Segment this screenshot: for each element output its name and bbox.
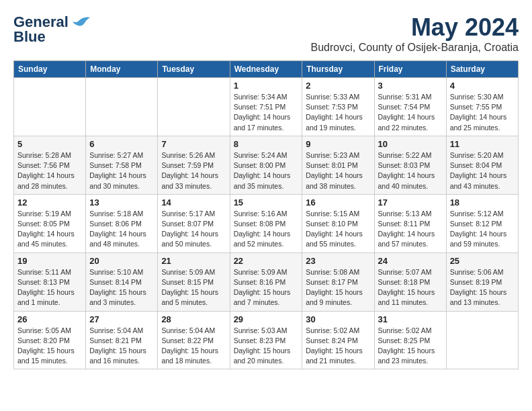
calendar-day-1: 1Sunrise: 5:34 AMSunset: 7:51 PMDaylight… <box>230 78 302 136</box>
calendar-empty-cell <box>14 78 86 136</box>
day-number: 4 <box>450 81 515 91</box>
day-info: Sunrise: 5:20 AMSunset: 8:04 PMDaylight:… <box>450 150 515 191</box>
day-number: 5 <box>17 139 82 149</box>
day-number: 8 <box>234 139 299 149</box>
calendar-empty-cell <box>446 311 518 369</box>
calendar-day-20: 20Sunrise: 5:10 AMSunset: 8:14 PMDayligh… <box>86 253 158 311</box>
calendar-week-row: 19Sunrise: 5:11 AMSunset: 8:13 PMDayligh… <box>14 253 519 311</box>
calendar-day-9: 9Sunrise: 5:23 AMSunset: 8:01 PMDaylight… <box>302 136 374 194</box>
calendar-day-13: 13Sunrise: 5:18 AMSunset: 8:06 PMDayligh… <box>86 194 158 253</box>
day-number: 22 <box>234 256 299 266</box>
calendar-empty-cell <box>86 78 158 136</box>
day-number: 19 <box>17 256 82 266</box>
day-info: Sunrise: 5:31 AMSunset: 7:54 PMDaylight:… <box>378 92 443 133</box>
day-info: Sunrise: 5:02 AMSunset: 8:24 PMDaylight:… <box>306 326 370 367</box>
day-info: Sunrise: 5:04 AMSunset: 8:22 PMDaylight:… <box>161 326 226 367</box>
calendar-day-19: 19Sunrise: 5:11 AMSunset: 8:13 PMDayligh… <box>14 253 86 311</box>
day-info: Sunrise: 5:06 AMSunset: 8:19 PMDaylight:… <box>450 267 515 308</box>
calendar-day-8: 8Sunrise: 5:24 AMSunset: 8:00 PMDaylight… <box>230 136 302 194</box>
day-number: 18 <box>450 197 515 208</box>
weekday-header-wednesday: Wednesday <box>230 61 302 78</box>
calendar-day-2: 2Sunrise: 5:33 AMSunset: 7:53 PMDaylight… <box>302 78 374 136</box>
day-info: Sunrise: 5:09 AMSunset: 8:15 PMDaylight:… <box>161 267 226 308</box>
calendar-day-24: 24Sunrise: 5:07 AMSunset: 8:18 PMDayligh… <box>374 253 446 311</box>
day-info: Sunrise: 5:18 AMSunset: 8:06 PMDaylight:… <box>89 209 154 250</box>
calendar-day-30: 30Sunrise: 5:02 AMSunset: 8:24 PMDayligh… <box>302 311 374 369</box>
calendar-day-4: 4Sunrise: 5:30 AMSunset: 7:55 PMDaylight… <box>446 78 518 136</box>
day-number: 10 <box>378 139 443 149</box>
day-number: 15 <box>234 197 299 208</box>
weekday-header-friday: Friday <box>374 61 446 78</box>
day-info: Sunrise: 5:04 AMSunset: 8:21 PMDaylight:… <box>89 326 154 367</box>
calendar-day-16: 16Sunrise: 5:15 AMSunset: 8:10 PMDayligh… <box>302 194 374 253</box>
day-number: 12 <box>17 197 82 208</box>
day-info: Sunrise: 5:15 AMSunset: 8:10 PMDaylight:… <box>306 209 370 250</box>
day-number: 21 <box>161 256 226 266</box>
day-info: Sunrise: 5:07 AMSunset: 8:18 PMDaylight:… <box>378 267 443 308</box>
calendar-day-14: 14Sunrise: 5:17 AMSunset: 8:07 PMDayligh… <box>158 194 230 253</box>
calendar-day-3: 3Sunrise: 5:31 AMSunset: 7:54 PMDaylight… <box>374 78 446 136</box>
calendar-day-23: 23Sunrise: 5:08 AMSunset: 8:17 PMDayligh… <box>302 253 374 311</box>
calendar-week-row: 26Sunrise: 5:05 AMSunset: 8:20 PMDayligh… <box>14 311 519 369</box>
logo-bird-icon <box>71 15 90 28</box>
day-info: Sunrise: 5:22 AMSunset: 8:03 PMDaylight:… <box>378 150 443 191</box>
weekday-header-monday: Monday <box>86 61 158 78</box>
day-info: Sunrise: 5:11 AMSunset: 8:13 PMDaylight:… <box>17 267 82 308</box>
calendar-day-28: 28Sunrise: 5:04 AMSunset: 8:22 PMDayligh… <box>158 311 230 369</box>
logo: General Blue <box>13 13 90 46</box>
calendar-day-7: 7Sunrise: 5:26 AMSunset: 7:59 PMDaylight… <box>158 136 230 194</box>
day-info: Sunrise: 5:08 AMSunset: 8:17 PMDaylight:… <box>306 267 370 308</box>
day-info: Sunrise: 5:16 AMSunset: 8:08 PMDaylight:… <box>234 209 299 250</box>
calendar-day-11: 11Sunrise: 5:20 AMSunset: 8:04 PMDayligh… <box>446 136 518 194</box>
day-number: 28 <box>161 314 226 324</box>
title-block: May 2024 Budrovci, County of Osijek-Bara… <box>311 13 519 54</box>
day-info: Sunrise: 5:19 AMSunset: 8:05 PMDaylight:… <box>17 209 82 250</box>
calendar-day-17: 17Sunrise: 5:13 AMSunset: 8:11 PMDayligh… <box>374 194 446 253</box>
day-number: 6 <box>89 139 154 149</box>
weekday-header-thursday: Thursday <box>302 61 374 78</box>
day-info: Sunrise: 5:05 AMSunset: 8:20 PMDaylight:… <box>17 326 82 367</box>
day-number: 7 <box>161 139 226 149</box>
day-number: 16 <box>306 197 370 208</box>
logo-blue: Blue <box>13 28 46 46</box>
day-info: Sunrise: 5:34 AMSunset: 7:51 PMDaylight:… <box>234 92 299 133</box>
day-info: Sunrise: 5:30 AMSunset: 7:55 PMDaylight:… <box>450 92 515 133</box>
day-number: 24 <box>378 256 443 266</box>
day-number: 30 <box>306 314 370 324</box>
location-subtitle: Budrovci, County of Osijek-Baranja, Croa… <box>311 42 519 54</box>
day-info: Sunrise: 5:02 AMSunset: 8:25 PMDaylight:… <box>378 326 443 367</box>
calendar-day-18: 18Sunrise: 5:12 AMSunset: 8:12 PMDayligh… <box>446 194 518 253</box>
calendar-day-26: 26Sunrise: 5:05 AMSunset: 8:20 PMDayligh… <box>14 311 86 369</box>
day-number: 17 <box>378 197 443 208</box>
calendar-week-row: 5Sunrise: 5:28 AMSunset: 7:56 PMDaylight… <box>14 136 519 194</box>
weekday-header-sunday: Sunday <box>14 61 86 78</box>
day-info: Sunrise: 5:09 AMSunset: 8:16 PMDaylight:… <box>234 267 299 308</box>
calendar-empty-cell <box>158 78 230 136</box>
day-info: Sunrise: 5:24 AMSunset: 8:00 PMDaylight:… <box>234 150 299 191</box>
day-number: 25 <box>450 256 515 266</box>
day-info: Sunrise: 5:13 AMSunset: 8:11 PMDaylight:… <box>378 209 443 250</box>
page-header: General Blue May 2024 Budrovci, County o… <box>13 13 519 54</box>
day-info: Sunrise: 5:23 AMSunset: 8:01 PMDaylight:… <box>306 150 370 191</box>
day-info: Sunrise: 5:17 AMSunset: 8:07 PMDaylight:… <box>161 209 226 250</box>
weekday-header-row: SundayMondayTuesdayWednesdayThursdayFrid… <box>14 61 519 78</box>
calendar-day-10: 10Sunrise: 5:22 AMSunset: 8:03 PMDayligh… <box>374 136 446 194</box>
calendar-day-25: 25Sunrise: 5:06 AMSunset: 8:19 PMDayligh… <box>446 253 518 311</box>
calendar-day-5: 5Sunrise: 5:28 AMSunset: 7:56 PMDaylight… <box>14 136 86 194</box>
weekday-header-saturday: Saturday <box>446 61 518 78</box>
weekday-header-tuesday: Tuesday <box>158 61 230 78</box>
calendar-day-27: 27Sunrise: 5:04 AMSunset: 8:21 PMDayligh… <box>86 311 158 369</box>
day-number: 1 <box>234 81 299 91</box>
day-number: 14 <box>161 197 226 208</box>
day-number: 3 <box>378 81 443 91</box>
day-info: Sunrise: 5:27 AMSunset: 7:58 PMDaylight:… <box>89 150 154 191</box>
day-number: 13 <box>89 197 154 208</box>
day-number: 31 <box>378 314 443 324</box>
calendar-day-21: 21Sunrise: 5:09 AMSunset: 8:15 PMDayligh… <box>158 253 230 311</box>
day-number: 11 <box>450 139 515 149</box>
calendar-day-22: 22Sunrise: 5:09 AMSunset: 8:16 PMDayligh… <box>230 253 302 311</box>
calendar-day-6: 6Sunrise: 5:27 AMSunset: 7:58 PMDaylight… <box>86 136 158 194</box>
day-number: 26 <box>17 314 82 324</box>
day-number: 27 <box>89 314 154 324</box>
day-info: Sunrise: 5:03 AMSunset: 8:23 PMDaylight:… <box>234 326 299 367</box>
